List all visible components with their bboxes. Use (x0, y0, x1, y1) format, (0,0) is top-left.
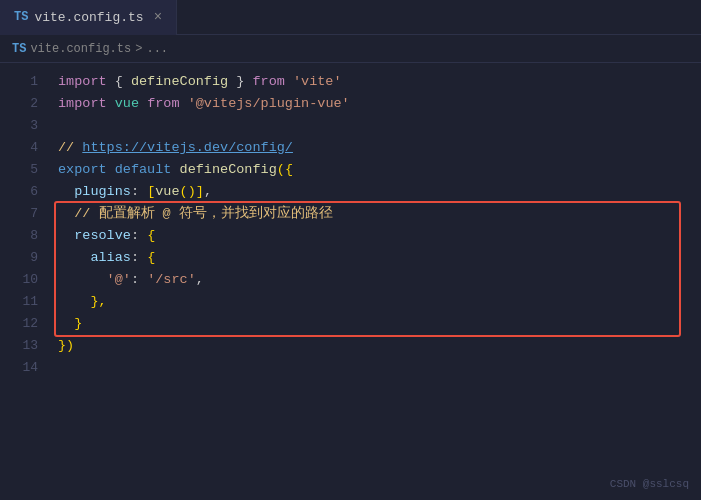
editor-container: TS vite.config.ts × TS vite.config.ts > … (0, 0, 701, 500)
table-row (58, 357, 701, 379)
line-number: 8 (8, 225, 38, 247)
breadcrumb-filename: vite.config.ts (30, 42, 131, 56)
line-number: 6 (8, 181, 38, 203)
line-number: 9 (8, 247, 38, 269)
tab-bar: TS vite.config.ts × (0, 0, 701, 35)
table-row: alias: { (58, 247, 701, 269)
breadcrumb: TS vite.config.ts > ... (0, 35, 701, 63)
line-number: 3 (8, 115, 38, 137)
table-row: }) (58, 335, 701, 357)
breadcrumb-ellipsis: ... (146, 42, 168, 56)
code-content: import { defineConfig } from 'vite'impor… (50, 63, 701, 500)
line-number: 1 (8, 71, 38, 93)
close-icon[interactable]: × (154, 9, 162, 25)
breadcrumb-sep: > (135, 42, 142, 56)
line-number: 2 (8, 93, 38, 115)
tab-filename: vite.config.ts (34, 10, 143, 25)
line-number: 7 (8, 203, 38, 225)
line-number: 11 (8, 291, 38, 313)
table-row (58, 115, 701, 137)
line-number: 13 (8, 335, 38, 357)
tab-item[interactable]: TS vite.config.ts × (0, 0, 177, 35)
line-number: 10 (8, 269, 38, 291)
table-row: '@': '/src', (58, 269, 701, 291)
table-row: }, (58, 291, 701, 313)
table-row: } (58, 313, 701, 335)
code-area: 1234567891011121314 import { defineConfi… (0, 63, 701, 500)
ts-badge: TS (14, 10, 28, 24)
table-row: // https://vitejs.dev/config/ (58, 137, 701, 159)
line-numbers: 1234567891011121314 (0, 63, 50, 500)
table-row: plugins: [vue()], (58, 181, 701, 203)
table-row: resolve: { (58, 225, 701, 247)
table-row: import vue from '@vitejs/plugin-vue' (58, 93, 701, 115)
breadcrumb-ts-badge: TS (12, 42, 26, 56)
line-number: 4 (8, 137, 38, 159)
watermark: CSDN @sslcsq (610, 478, 689, 490)
table-row: export default defineConfig({ (58, 159, 701, 181)
table-row: // 配置解析 @ 符号，并找到对应的路径 (58, 203, 701, 225)
line-number: 5 (8, 159, 38, 181)
line-number: 14 (8, 357, 38, 379)
line-number: 12 (8, 313, 38, 335)
table-row: import { defineConfig } from 'vite' (58, 71, 701, 93)
